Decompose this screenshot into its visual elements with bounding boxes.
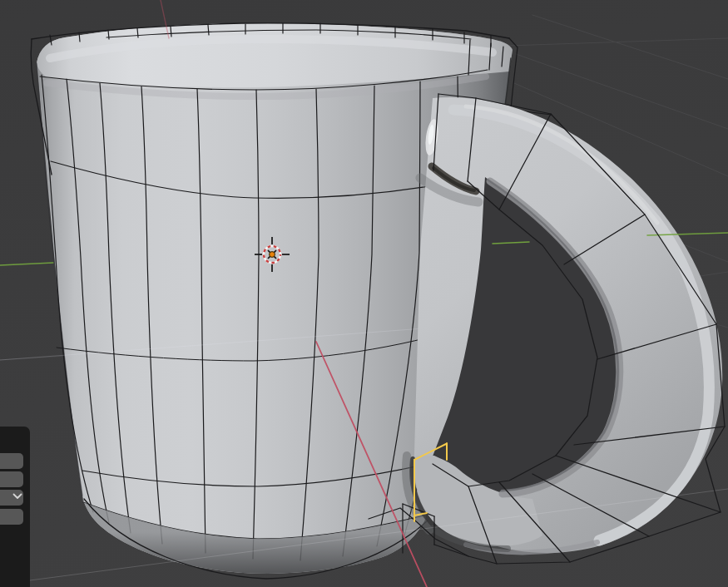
panel-dropdown[interactable] bbox=[0, 490, 23, 506]
panel-field-2[interactable] bbox=[0, 471, 23, 487]
panel-field-1[interactable] bbox=[0, 453, 23, 469]
viewport-canvas[interactable] bbox=[0, 0, 728, 587]
3d-cursor-center bbox=[270, 252, 275, 258]
viewport-3d[interactable] bbox=[0, 0, 728, 587]
operator-panel[interactable] bbox=[0, 427, 30, 587]
panel-field-3[interactable] bbox=[0, 509, 23, 525]
operator-panel-body bbox=[0, 427, 30, 587]
